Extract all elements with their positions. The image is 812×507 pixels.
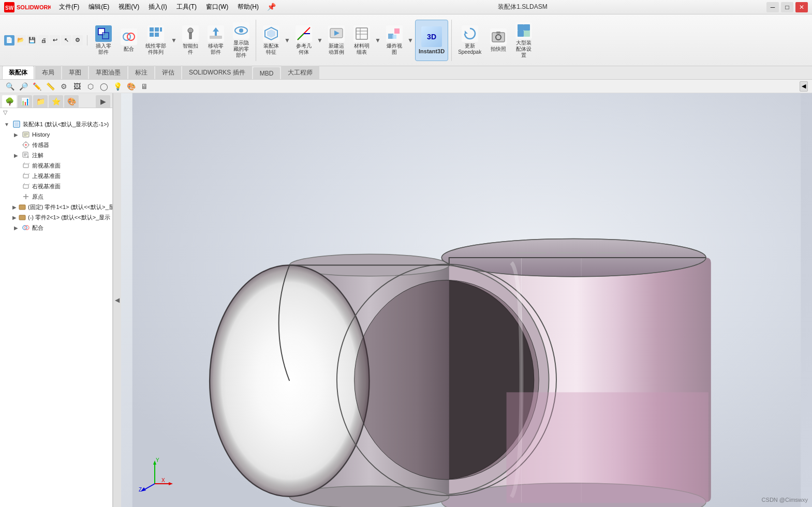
- sidebar-tab-files[interactable]: 📁: [33, 95, 48, 108]
- new-motion-study-button[interactable]: 新建运动算例: [324, 23, 348, 57]
- svg-point-17: [239, 28, 243, 33]
- sidebar-expand-icon[interactable]: ▶: [96, 95, 110, 108]
- explode-view-button[interactable]: 爆炸视图: [382, 23, 406, 57]
- move-part-button[interactable]: 移动零部件: [204, 23, 227, 57]
- tab-sw-plugins[interactable]: SOLIDWORKS 插件: [182, 66, 252, 79]
- menu-help[interactable]: 帮助(H): [233, 2, 263, 12]
- sidebar-resizer[interactable]: [110, 93, 112, 507]
- cursor-icon[interactable]: ↖: [61, 35, 71, 46]
- print-icon[interactable]: 🖨: [38, 35, 49, 46]
- undo-icon[interactable]: ↩: [50, 35, 60, 46]
- tab-sketch[interactable]: 草图: [62, 66, 88, 79]
- maximize-button[interactable]: □: [781, 2, 793, 12]
- dropdown-arrow[interactable]: ▼: [171, 37, 176, 44]
- tree-right-plane[interactable]: 右视基准面: [9, 181, 112, 191]
- svg-rect-8: [155, 27, 159, 32]
- show-hide-button[interactable]: 显示隐藏的零部件: [229, 20, 253, 61]
- svg-rect-9: [160, 27, 162, 32]
- tree-mates[interactable]: ▶ 配合: [9, 222, 112, 233]
- close-button[interactable]: ✕: [795, 2, 808, 12]
- svg-rect-15: [210, 36, 222, 39]
- svg-marker-19: [267, 29, 275, 38]
- sidebar-tab-tree[interactable]: 🌳: [2, 95, 17, 108]
- tab-annotation[interactable]: 标注: [128, 66, 154, 79]
- view-orient-icon[interactable]: ◯: [98, 81, 110, 92]
- insert-part-button[interactable]: 插入零部件: [92, 23, 115, 57]
- dropdown-arrow3[interactable]: ▼: [317, 37, 322, 44]
- section-icon[interactable]: ⬡: [85, 81, 96, 92]
- search-filter-icon[interactable]: 🔍: [4, 81, 16, 92]
- titlebar-left: SW SOLIDWORKS 文件(F) 编辑(E) 视图(V) 插入(I) 工具…: [4, 2, 279, 12]
- sidebar-tab-properties[interactable]: 📊: [18, 95, 32, 108]
- open-icon[interactable]: 📂: [16, 35, 26, 46]
- tree-sensor[interactable]: 传感器: [9, 140, 112, 150]
- mate-button[interactable]: 配合: [117, 26, 140, 54]
- menu-tools[interactable]: 工具(T): [172, 2, 201, 12]
- tree-history[interactable]: ▶ History: [9, 129, 112, 140]
- image-icon[interactable]: 🖼: [71, 81, 83, 92]
- tab-mbd[interactable]: MBD: [253, 67, 280, 79]
- display-icon[interactable]: 🖥: [139, 81, 150, 92]
- watermark-text: CSDN @Cimswxy: [762, 497, 808, 503]
- expand-annotations[interactable]: ▶: [12, 152, 20, 159]
- svg-text:X: X: [161, 478, 165, 483]
- minimize-button[interactable]: ─: [766, 2, 779, 12]
- scene-icon[interactable]: 🎨: [125, 81, 137, 92]
- expand-part1[interactable]: ▶: [12, 203, 17, 211]
- tree-part2[interactable]: ▶ (-) 零件2<1> (默认<<默认>_显示: [9, 212, 112, 222]
- filter-icon: ▽: [3, 109, 7, 116]
- filter-row: ▽: [0, 108, 112, 117]
- bom-button[interactable]: 材料明细表: [350, 23, 373, 57]
- tree-annotations[interactable]: ▶ 注解: [9, 150, 112, 160]
- settings2-icon[interactable]: ⚙: [58, 81, 69, 92]
- sidebar-tab-favorites[interactable]: ⭐: [49, 95, 63, 108]
- snapshot-button[interactable]: 拍快照: [486, 26, 510, 54]
- zoom-icon[interactable]: 🔎: [18, 81, 29, 92]
- menu-file[interactable]: 文件(F): [55, 2, 83, 12]
- tab-sketch-ink[interactable]: 草图油墨: [89, 66, 127, 79]
- update-speedpak-button[interactable]: 更新Speedpak: [455, 23, 484, 57]
- collapse-sidebar-button[interactable]: ◀: [113, 93, 121, 507]
- settings-icon[interactable]: ⚙: [72, 35, 83, 46]
- tree-part1[interactable]: ▶ (固定) 零件1<1> (默认<<默认>_显: [9, 202, 112, 212]
- menu-insert[interactable]: 插入(I): [144, 2, 171, 12]
- pin-icon[interactable]: 📌: [264, 2, 279, 12]
- save-icon[interactable]: 💾: [27, 35, 37, 46]
- sidebar-tree: ▼ 装配体1 (默认<默认_显示状态-1>) ▶ History: [0, 117, 112, 507]
- instant3d-button[interactable]: 3D Instant3D: [415, 20, 448, 61]
- tab-bar: 装配体 布局 草图 草图油墨 标注 评估 SOLIDWORKS 插件 MBD 大…: [0, 66, 812, 80]
- assembly-feature-button[interactable]: 装配体特征: [259, 23, 283, 57]
- large-assembly-button[interactable]: 大型装配体设置: [512, 20, 535, 61]
- expand-assembly[interactable]: ▼: [3, 121, 10, 128]
- expand-part2[interactable]: ▶: [12, 214, 17, 221]
- tab-assembly[interactable]: 装配体: [2, 66, 34, 79]
- annotations-label: 注解: [32, 152, 43, 159]
- dropdown-arrow2[interactable]: ▼: [285, 37, 290, 44]
- top-plane-label: 上视基准面: [32, 172, 61, 180]
- menu-view[interactable]: 视图(V): [114, 2, 143, 12]
- expand-mates[interactable]: ▶: [12, 224, 20, 231]
- right-plane-label: 右视基准面: [32, 183, 61, 190]
- tree-front-plane[interactable]: 前视基准面: [9, 160, 112, 171]
- menu-edit[interactable]: 编辑(E): [84, 2, 113, 12]
- linear-array-button[interactable]: 线性零部件阵列: [142, 23, 169, 57]
- expand-history[interactable]: ▶: [12, 131, 20, 138]
- tab-evaluate[interactable]: 评估: [155, 66, 181, 79]
- dropdown-arrow5[interactable]: ▼: [408, 37, 413, 44]
- menu-window[interactable]: 窗口(W): [202, 2, 232, 12]
- tab-layout[interactable]: 布局: [35, 66, 61, 79]
- tab-big-engineer[interactable]: 大工程师: [281, 66, 319, 79]
- smart-fastener-button[interactable]: 智能扣件: [179, 23, 202, 57]
- sidebar-tab-appearance[interactable]: 🎨: [64, 95, 79, 108]
- dropdown-arrow4[interactable]: ▼: [375, 37, 380, 44]
- tree-assembly-root[interactable]: ▼ 装配体1 (默认<默认_显示状态-1>): [0, 119, 112, 129]
- collapse-panel-button[interactable]: ◀: [800, 81, 808, 92]
- new-icon[interactable]: 📄: [4, 35, 14, 46]
- draw-icon[interactable]: ✏️: [31, 81, 42, 92]
- lighting-icon[interactable]: 💡: [112, 81, 123, 92]
- tree-origin[interactable]: 原点: [9, 191, 112, 202]
- tree-top-plane[interactable]: 上视基准面: [9, 171, 112, 181]
- sensor-icon: [22, 141, 30, 149]
- ref-geometry-button[interactable]: 参考几何体: [292, 23, 315, 57]
- measure-icon[interactable]: 📏: [45, 81, 56, 92]
